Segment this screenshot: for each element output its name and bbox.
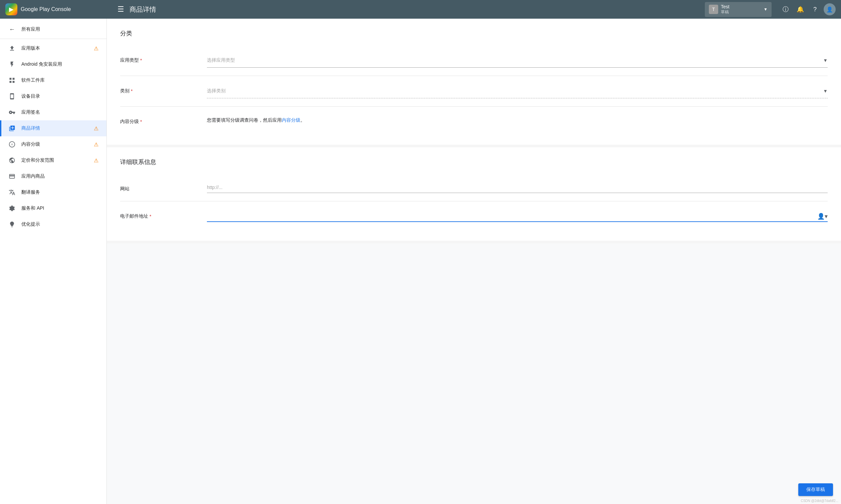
sidebar-item-optimize[interactable]: 优化提示	[0, 216, 106, 232]
sidebar-label: 商品详情	[21, 125, 88, 131]
payment-icon	[8, 172, 16, 180]
website-control	[207, 182, 828, 193]
save-draft-button[interactable]: 保存草稿	[798, 483, 833, 496]
classification-section: 分类 应用类型 * 选择应用类型 ▼ 类别 *	[107, 19, 841, 147]
sidebar-item-software-lib[interactable]: 软件工件库	[0, 72, 106, 88]
email-control: 👤▾	[207, 209, 828, 222]
sidebar-label: 应用内商品	[21, 173, 99, 179]
category-label: 类别 *	[120, 84, 207, 94]
sidebar-label: Android 免安装应用	[21, 61, 99, 67]
category-select[interactable]: 选择类别 ▼	[207, 84, 828, 98]
content-rating-text: 您需要填写分级调查问卷，然后应用内容分级。	[207, 115, 828, 126]
sidebar-label: 应用签名	[21, 109, 99, 115]
website-label: 网站	[120, 182, 207, 192]
sidebar-item-device-catalog[interactable]: 设备目录	[0, 88, 106, 104]
translate-icon	[8, 188, 16, 196]
sidebar-label: 应用版本	[21, 45, 88, 51]
content-rating-row: 内容分级 * 您需要填写分级调查问卷，然后应用内容分级。	[120, 107, 828, 134]
device-icon	[8, 92, 16, 100]
sidebar-item-services-api[interactable]: 服务和 API	[0, 200, 106, 216]
upload-icon	[8, 44, 16, 52]
sidebar-label: 软件工件库	[21, 77, 99, 83]
header-center: ☰ 商品详情 T Test 草稿 ▼ ⓘ 🔔 ? 👤	[112, 2, 836, 17]
sidebar-label: 定价和分发范围	[21, 157, 88, 163]
rating-icon: A	[8, 140, 16, 148]
sidebar-item-content-rating[interactable]: A 内容分级 ⚠	[0, 136, 106, 152]
page-title: 商品详情	[130, 5, 156, 14]
menu-icon[interactable]: ☰	[118, 5, 124, 14]
person-icon[interactable]: 👤▾	[817, 213, 828, 220]
save-button-wrapper: 保存草稿	[798, 483, 833, 496]
content-area: 分类 应用类型 * 选择应用类型 ▼ 类别 *	[107, 19, 841, 504]
sidebar-label: 服务和 API	[21, 205, 99, 211]
sidebar-label: 优化提示	[21, 221, 99, 227]
app-selector-info: Test 草稿	[721, 4, 761, 15]
info-button[interactable]: ⓘ	[779, 3, 792, 15]
svg-text:A: A	[11, 143, 13, 146]
help-button[interactable]: ?	[809, 3, 821, 15]
app-type-select[interactable]: 选择应用类型 ▼	[207, 53, 828, 68]
content-rating-label: 内容分级 *	[120, 115, 207, 125]
category-placeholder: 选择类别	[207, 87, 823, 95]
email-input-wrapper: 👤▾	[207, 209, 828, 222]
required-mark: *	[150, 214, 151, 219]
classification-title: 分类	[120, 29, 828, 37]
sidebar-label: 内容分级	[21, 141, 88, 147]
main-layout: ← 所有应用 应用版本 ⚠ Android 免安装应用 软件工件库	[0, 19, 841, 504]
notification-button[interactable]: 🔔	[794, 3, 806, 15]
api-icon	[8, 204, 16, 212]
website-input[interactable]	[207, 182, 828, 193]
grid-icon	[8, 76, 16, 84]
sidebar-item-in-app-products[interactable]: 应用内商品	[0, 168, 106, 184]
key-icon	[8, 108, 16, 116]
content-rating-link[interactable]: 内容分级	[282, 117, 301, 123]
dropdown-arrow-icon: ▼	[823, 88, 828, 94]
contact-title: 详细联系信息	[120, 158, 828, 166]
sidebar-item-store-listing[interactable]: 商品详情 ⚠	[0, 120, 106, 136]
app-name: Test	[721, 4, 761, 9]
chevron-down-icon: ▼	[763, 7, 768, 12]
sidebar-label: 设备目录	[21, 93, 99, 99]
warning-icon: ⚠	[94, 45, 99, 52]
sidebar-label: 翻译服务	[21, 189, 99, 195]
sidebar-item-app-version[interactable]: 应用版本 ⚠	[0, 40, 106, 56]
warning-icon: ⚠	[94, 141, 99, 148]
sidebar-label: 所有应用	[21, 26, 99, 32]
category-row: 类别 * 选择类别 ▼	[120, 76, 828, 107]
app-type-label: 应用类型 *	[120, 53, 207, 63]
header-actions: ⓘ 🔔 ? 👤	[779, 3, 836, 15]
app-icon: T	[709, 5, 718, 14]
watermark: CSDN @2dbt@7dafdf2...	[801, 499, 838, 503]
app-status: 草稿	[721, 9, 761, 15]
app-type-row: 应用类型 * 选择应用类型 ▼	[120, 45, 828, 76]
email-row: 电子邮件地址 * 👤▾	[120, 201, 828, 230]
warning-icon: ⚠	[94, 157, 99, 164]
sidebar-item-android-instant[interactable]: Android 免安装应用	[0, 56, 106, 72]
sidebar-item-app-signing[interactable]: 应用签名	[0, 104, 106, 120]
warning-icon: ⚠	[94, 125, 99, 132]
avatar-button[interactable]: 👤	[824, 3, 836, 15]
store-icon	[8, 124, 16, 132]
sidebar: ← 所有应用 应用版本 ⚠ Android 免安装应用 软件工件库	[0, 19, 107, 504]
instant-icon	[8, 60, 16, 68]
contact-section: 详细联系信息 网站 电子邮件地址 * 👤▾	[107, 147, 841, 243]
sidebar-item-all-apps[interactable]: ← 所有应用	[0, 21, 106, 37]
website-row: 网站	[120, 174, 828, 201]
dropdown-arrow-icon: ▼	[823, 58, 828, 63]
content-rating-control: 您需要填写分级调查问卷，然后应用内容分级。	[207, 115, 828, 126]
logo-text: Google Play Console	[21, 6, 71, 12]
sidebar-item-pricing[interactable]: 定价和分发范围 ⚠	[0, 152, 106, 168]
sidebar-divider	[0, 39, 106, 39]
globe-icon	[8, 156, 16, 164]
app-selector[interactable]: T Test 草稿 ▼	[705, 2, 772, 17]
app-type-placeholder: 选择应用类型	[207, 56, 823, 65]
back-icon: ←	[8, 25, 16, 33]
app-type-control: 选择应用类型 ▼	[207, 53, 828, 68]
required-mark: *	[140, 119, 142, 124]
required-mark: *	[131, 88, 133, 94]
email-input[interactable]	[207, 209, 817, 220]
email-label: 电子邮件地址 *	[120, 209, 207, 219]
required-mark: *	[140, 58, 142, 63]
google-play-logo: ▶	[5, 3, 17, 15]
sidebar-item-translation[interactable]: 翻译服务	[0, 184, 106, 200]
